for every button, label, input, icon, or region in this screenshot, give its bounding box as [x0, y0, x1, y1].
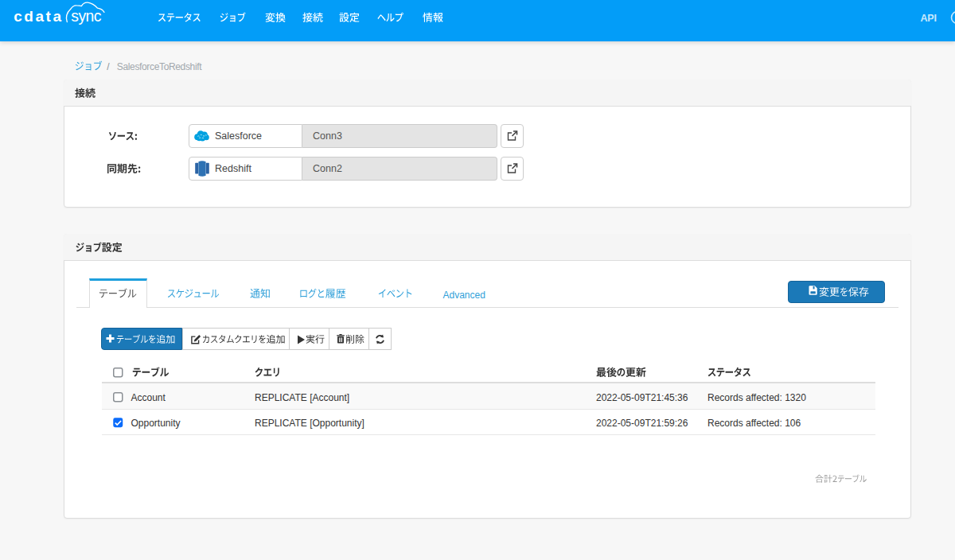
- svg-text:sync: sync: [71, 7, 101, 25]
- svg-text:cdata: cdata: [14, 8, 63, 25]
